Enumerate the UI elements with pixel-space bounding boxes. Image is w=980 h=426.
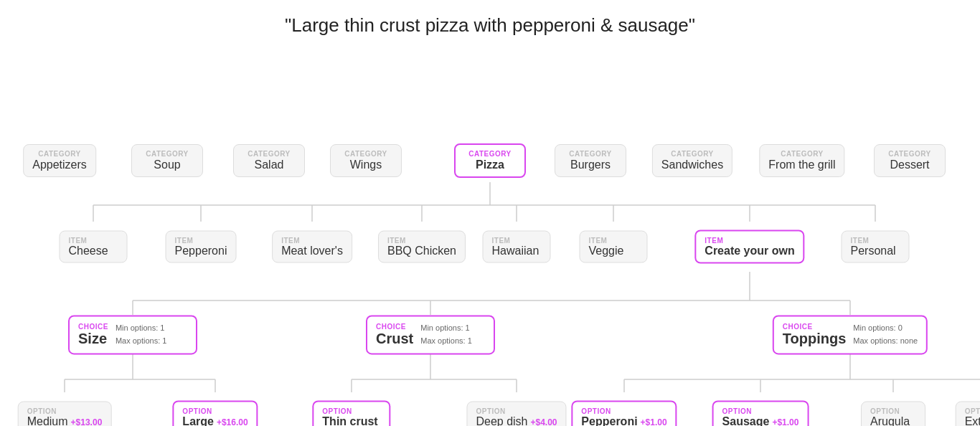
choice-size-label: CHOICE [78,323,108,331]
page-title: "Large thin crust pizza with pepperoni &… [0,14,980,37]
option-pepperoni-top-price: +$1.00 [641,417,667,427]
option-pepperoni-top-value: Pepperoni [581,415,637,427]
item-hawaiian[interactable]: ITEM Hawaiian [483,231,551,263]
item-pepperoni-label: ITEM [175,237,227,245]
category-salad[interactable]: CATEGORY Salad [233,144,305,177]
choice-size-max: Max options: 1 [116,336,167,345]
choice-crust-max: Max options: 1 [420,336,472,345]
option-deep-dish-label: OPTION [476,407,557,415]
category-wings[interactable]: CATEGORY Wings [330,144,402,177]
category-pizza-value: Pizza [476,158,504,171]
category-burgers-value: Burgers [570,158,611,171]
item-veggie[interactable]: ITEM Veggie [580,231,648,263]
item-pepperoni[interactable]: ITEM Pepperoni [166,231,237,263]
item-personal-label: ITEM [851,237,900,245]
choice-toppings-label: CHOICE [783,323,847,331]
option-large[interactable]: OPTION Large +$16.00 [172,401,258,427]
item-cheese-label: ITEM [69,237,118,245]
option-deep-dish-row: Deep dish +$4.00 [476,415,557,427]
option-deep-dish[interactable]: OPTION Deep dish +$4.00 [466,402,566,427]
option-extra-value: Extra... [965,415,980,427]
category-soup-label: CATEGORY [141,150,194,158]
category-appetizers[interactable]: CATEGORY Appetizers [23,144,96,177]
option-sausage-label: OPTION [722,407,799,415]
category-dessert-value: Dessert [890,158,929,171]
category-grill-value: From the grill [768,158,835,171]
page: "Large thin crust pizza with pepperoni &… [0,0,980,426]
item-cheese[interactable]: ITEM Cheese [60,231,128,263]
item-create-own-value: Create your own [705,245,794,257]
choice-crust-label: CHOICE [376,323,413,331]
option-large-label: OPTION [182,407,248,415]
option-thin-crust-value: Thin crust [322,415,377,427]
option-extra[interactable]: OPTION Extra... [956,402,980,427]
tree-container: CATEGORY Appetizers CATEGORY Soup CATEGO… [0,57,980,401]
category-dessert[interactable]: CATEGORY Dessert [874,144,946,177]
option-medium[interactable]: OPTION Medium +$13.00 [18,402,112,427]
option-deep-dish-value: Deep dish [476,415,527,427]
category-pizza[interactable]: CATEGORY Pizza [454,143,526,178]
choice-crust-main: CHOICE Crust [376,323,413,347]
category-grill-label: CATEGORY [768,150,835,158]
choice-crust-meta: Min options: 1 Max options: 1 [420,322,472,347]
option-large-price: +$16.00 [217,417,248,427]
item-bbq-value: BBQ Chicken [387,245,456,257]
choice-toppings-min: Min options: 0 [853,323,902,332]
choice-crust-value: Crust [376,331,413,346]
item-create-own-label: ITEM [705,237,794,245]
option-deep-dish-price: +$4.00 [531,417,557,427]
option-thin-crust-row: Thin crust [322,415,380,427]
choice-toppings-max: Max options: none [853,336,918,345]
category-burgers[interactable]: CATEGORY Burgers [555,144,626,177]
choice-size-meta: Min options: 1 Max options: 1 [116,322,167,347]
item-bbq-chicken[interactable]: ITEM BBQ Chicken [378,231,466,263]
category-appetizers-value: Appetizers [32,158,87,171]
item-hawaiian-label: ITEM [492,237,542,245]
item-veggie-label: ITEM [589,237,639,245]
choice-crust[interactable]: CHOICE Crust Min options: 1 Max options:… [366,315,495,354]
choice-crust-min: Min options: 1 [420,323,469,332]
category-pizza-label: CATEGORY [464,150,516,158]
category-soup[interactable]: CATEGORY Soup [131,144,203,177]
option-thin-crust[interactable]: OPTION Thin crust [312,401,390,427]
item-pepperoni-value: Pepperoni [175,245,227,257]
option-medium-price: +$13.00 [71,417,103,427]
item-meat-lovers-value: Meat lover's [281,245,343,257]
choice-toppings-value: Toppings [783,331,847,346]
item-personal-value: Personal [851,245,896,257]
category-sandwiches[interactable]: CATEGORY Sandwiches [652,144,732,177]
category-salad-value: Salad [255,158,284,171]
option-arugula-label: OPTION [870,407,916,415]
category-wings-label: CATEGORY [339,150,392,158]
option-arugula-value: Arugula [870,415,910,427]
choice-size[interactable]: CHOICE Size Min options: 1 Max options: … [68,315,197,354]
option-arugula-row: Arugula [870,415,916,427]
option-sausage-price: +$1.00 [772,417,798,427]
option-medium-row: Medium +$13.00 [27,415,103,427]
item-meat-lovers[interactable]: ITEM Meat lover's [272,231,352,263]
item-cheese-value: Cheese [69,245,108,257]
choice-size-value: Size [78,331,107,346]
category-dessert-label: CATEGORY [883,150,936,158]
category-burgers-label: CATEGORY [564,150,617,158]
category-grill[interactable]: CATEGORY From the grill [759,144,844,177]
choice-toppings[interactable]: CHOICE Toppings Min options: 0 Max optio… [773,315,928,354]
option-medium-value: Medium [27,415,68,427]
option-sausage[interactable]: OPTION Sausage +$1.00 [712,401,809,427]
item-bbq-label: ITEM [387,237,456,245]
category-appetizers-label: CATEGORY [32,150,87,158]
option-thin-crust-label: OPTION [322,407,380,415]
choice-toppings-meta: Min options: 0 Max options: none [853,322,918,347]
category-sandwiches-label: CATEGORY [661,150,723,158]
option-sausage-row: Sausage +$1.00 [722,415,799,427]
option-arugula[interactable]: OPTION Arugula [861,402,925,427]
option-sausage-value: Sausage [722,415,770,427]
choice-size-main: CHOICE Size [78,323,108,347]
item-personal[interactable]: ITEM Personal [842,231,910,263]
option-pepperoni-top-row: Pepperoni +$1.00 [581,415,666,427]
item-create-your-own[interactable]: ITEM Create your own [694,230,804,264]
category-soup-value: Soup [154,158,180,171]
item-hawaiian-value: Hawaiian [492,245,540,257]
option-pepperoni-topping[interactable]: OPTION Pepperoni +$1.00 [571,401,677,427]
category-salad-label: CATEGORY [242,150,296,158]
